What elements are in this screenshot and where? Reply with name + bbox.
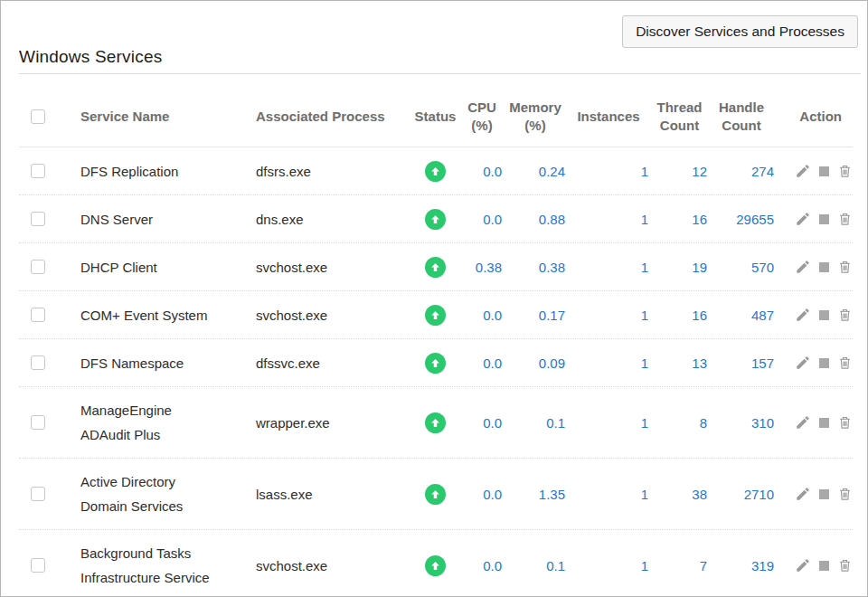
status-cell xyxy=(410,209,460,230)
row-checkbox[interactable] xyxy=(31,415,45,430)
edit-icon[interactable] xyxy=(795,355,811,371)
table-row: DNS Server dns.exe 0.0 0.88 1 16 29655 xyxy=(19,195,853,243)
discover-services-button[interactable]: Discover Services and Processes xyxy=(622,15,858,48)
edit-icon[interactable] xyxy=(795,163,811,179)
row-checkbox[interactable] xyxy=(31,164,45,178)
thread-count-value: 38 xyxy=(650,487,709,502)
edit-icon[interactable] xyxy=(795,211,811,227)
handle-count-value: 319 xyxy=(709,558,774,573)
table-row: Background Tasks Infrastructure Service … xyxy=(19,530,853,597)
delete-icon[interactable] xyxy=(837,163,853,179)
cpu-value: 0.0 xyxy=(460,164,504,179)
status-up-icon xyxy=(425,412,446,433)
associated-process: svchost.exe xyxy=(256,260,327,275)
service-name-cell: Background Tasks Infrastructure Service xyxy=(62,541,252,590)
memory-value: 0.24 xyxy=(504,164,567,179)
stop-icon[interactable] xyxy=(819,166,829,176)
memory-value: 0.1 xyxy=(504,415,567,431)
edit-icon[interactable] xyxy=(795,414,811,431)
table-row: DHCP Client svchost.exe 0.38 0.38 1 19 5… xyxy=(19,243,853,291)
row-checkbox[interactable] xyxy=(31,212,45,226)
status-cell xyxy=(410,484,460,505)
delete-icon[interactable] xyxy=(837,259,853,275)
row-checkbox[interactable] xyxy=(31,355,45,370)
table-row: Active Directory Domain Services lsass.e… xyxy=(19,459,853,530)
instances-value: 1 xyxy=(567,164,650,179)
windows-services-page: Discover Services and Processes Windows … xyxy=(0,0,868,597)
service-name-cell: DNS Server xyxy=(62,207,252,232)
thread-count-value: 7 xyxy=(650,558,709,573)
column-header-select xyxy=(19,109,62,124)
column-header-status: Status xyxy=(410,108,460,126)
instances-value: 1 xyxy=(567,308,650,323)
cpu-value: 0.0 xyxy=(460,308,504,323)
instances-value: 1 xyxy=(567,487,650,502)
thread-count-value: 19 xyxy=(650,260,709,275)
handle-count-value: 2710 xyxy=(709,487,774,502)
associated-process-cell: svchost.exe xyxy=(252,558,410,573)
cpu-value: 0.0 xyxy=(460,558,504,573)
cpu-value: 0.0 xyxy=(460,355,504,371)
service-name: DHCP Client xyxy=(80,260,157,275)
status-cell xyxy=(410,353,460,374)
service-name: ManageEngine ADAudit Plus xyxy=(80,403,172,442)
thread-count-value: 16 xyxy=(650,308,709,323)
delete-icon[interactable] xyxy=(837,486,853,502)
stop-icon[interactable] xyxy=(819,561,829,571)
column-header-cpu: CPU (%) xyxy=(460,99,504,135)
associated-process: svchost.exe xyxy=(256,308,327,323)
edit-icon[interactable] xyxy=(795,307,811,323)
delete-icon[interactable] xyxy=(837,307,853,323)
row-checkbox[interactable] xyxy=(31,260,45,274)
stop-icon[interactable] xyxy=(819,418,829,428)
edit-icon[interactable] xyxy=(795,557,811,573)
row-actions xyxy=(774,211,853,227)
service-name-cell: DFS Replication xyxy=(62,159,252,184)
column-header-thread-count: Thread Count xyxy=(650,99,709,135)
thread-count-value: 13 xyxy=(650,355,709,371)
stop-icon[interactable] xyxy=(819,358,829,368)
cpu-value: 0.0 xyxy=(460,212,504,227)
row-select-cell xyxy=(19,212,62,226)
handle-count-value: 157 xyxy=(709,355,774,371)
row-actions xyxy=(774,307,853,323)
associated-process: dns.exe xyxy=(256,212,304,227)
associated-process-cell: dns.exe xyxy=(252,212,410,227)
edit-icon[interactable] xyxy=(795,259,811,275)
memory-value: 0.1 xyxy=(504,558,567,573)
status-up-icon xyxy=(425,484,446,505)
thread-count-value: 12 xyxy=(650,164,709,179)
row-select-cell xyxy=(19,260,62,274)
cpu-value: 0.0 xyxy=(460,415,504,431)
service-name-cell: DFS Namespace xyxy=(62,351,252,375)
service-name-cell: ManageEngine ADAudit Plus xyxy=(62,398,252,447)
table-row: COM+ Event System svchost.exe 0.0 0.17 1… xyxy=(19,291,853,339)
service-name-cell: Active Directory Domain Services xyxy=(62,469,252,518)
stop-icon[interactable] xyxy=(819,262,829,272)
row-checkbox[interactable] xyxy=(31,487,45,501)
row-select-cell xyxy=(19,558,62,573)
select-all-checkbox[interactable] xyxy=(31,109,45,124)
row-checkbox[interactable] xyxy=(31,308,45,322)
delete-icon[interactable] xyxy=(837,414,853,431)
status-up-icon xyxy=(425,161,446,182)
row-checkbox[interactable] xyxy=(31,558,45,573)
associated-process-cell: wrapper.exe xyxy=(252,415,410,431)
edit-icon[interactable] xyxy=(795,486,811,502)
instances-value: 1 xyxy=(567,355,650,371)
delete-icon[interactable] xyxy=(837,557,853,573)
row-select-cell xyxy=(19,355,62,370)
associated-process: svchost.exe xyxy=(256,558,327,573)
column-header-associated-process: Associated Process xyxy=(252,108,410,126)
associated-process-cell: svchost.exe xyxy=(252,308,410,323)
delete-icon[interactable] xyxy=(837,355,853,371)
delete-icon[interactable] xyxy=(837,211,853,227)
status-up-icon xyxy=(425,209,446,230)
stop-icon[interactable] xyxy=(819,489,829,499)
stop-icon[interactable] xyxy=(819,310,829,320)
table-row: ManageEngine ADAudit Plus wrapper.exe 0.… xyxy=(19,387,853,459)
handle-count-value: 274 xyxy=(709,164,774,179)
status-up-icon xyxy=(425,305,446,326)
stop-icon[interactable] xyxy=(819,214,829,224)
column-header-handle-count: Handle Count xyxy=(709,99,774,135)
